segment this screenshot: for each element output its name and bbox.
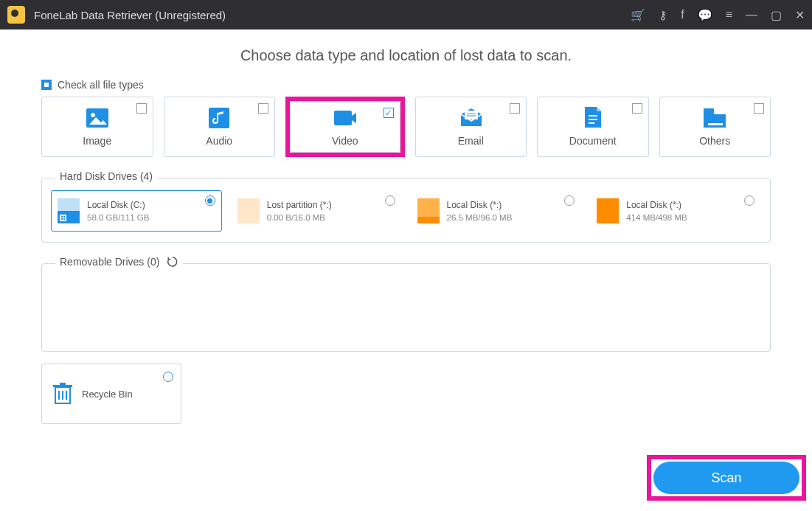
maximize-icon[interactable]: ▢ xyxy=(771,8,782,22)
file-type-row: Image Audio Video Email xyxy=(41,97,771,157)
recycle-label: Recycle Bin xyxy=(82,389,133,400)
document-icon xyxy=(582,107,604,129)
drive-lost[interactable]: Lost partition (*:) 0.00 B/16.0 MB xyxy=(231,190,402,232)
recycle-radio[interactable] xyxy=(163,372,173,382)
type-label-email: Email xyxy=(458,135,484,147)
hard-disk-legend: Hard Disk Drives (4) xyxy=(55,170,157,182)
type-card-video[interactable]: Video xyxy=(290,101,400,153)
drive-icon-local3 xyxy=(597,198,619,223)
svg-rect-15 xyxy=(61,216,63,218)
svg-rect-0 xyxy=(86,108,108,128)
audio-icon xyxy=(208,107,230,129)
svg-rect-22 xyxy=(597,198,619,223)
drive-c[interactable]: Local Disk (C:) 58.0 GB/111 GB xyxy=(51,190,222,232)
svg-rect-28 xyxy=(60,383,66,385)
check-all-checkbox[interactable] xyxy=(41,80,52,90)
svg-rect-21 xyxy=(417,198,440,217)
scan-highlight: Scan xyxy=(647,455,806,501)
svg-rect-17 xyxy=(61,218,63,220)
type-checkbox-audio[interactable] xyxy=(258,103,268,114)
drive-radio-c[interactable] xyxy=(205,195,215,206)
svg-rect-16 xyxy=(63,216,65,218)
type-card-others[interactable]: Others xyxy=(659,97,771,157)
svg-point-1 xyxy=(91,113,95,117)
svg-rect-4 xyxy=(465,111,478,119)
type-label-others: Others xyxy=(699,135,730,147)
video-icon xyxy=(334,107,356,129)
type-checkbox-email[interactable] xyxy=(510,103,520,114)
drive-name-local3: Local Disk (*:) xyxy=(626,200,687,210)
drive-local3[interactable]: Local Disk (*:) 414 MB/498 MB xyxy=(590,190,761,232)
drive-icon-lost xyxy=(237,198,260,223)
svg-rect-12 xyxy=(58,198,80,211)
type-label-document: Document xyxy=(569,135,617,147)
feedback-icon[interactable]: 💬 xyxy=(698,8,712,22)
svg-rect-27 xyxy=(53,385,72,387)
svg-rect-11 xyxy=(708,123,723,125)
key-icon[interactable]: ⚷ xyxy=(659,8,667,22)
drive-radio-local2[interactable] xyxy=(564,195,575,206)
app-logo-icon xyxy=(7,6,25,24)
drive-icon-c xyxy=(58,198,80,223)
svg-rect-18 xyxy=(63,218,65,220)
drive-local2[interactable]: Local Disk (*:) 26.5 MB/96.0 MB xyxy=(411,190,582,232)
scan-button[interactable]: Scan xyxy=(653,462,799,494)
svg-rect-19 xyxy=(237,198,260,223)
svg-rect-2 xyxy=(209,108,229,128)
type-card-document[interactable]: Document xyxy=(537,97,649,157)
removable-section: Removable Drives (0) xyxy=(41,263,771,352)
drive-size-local3: 414 MB/498 MB xyxy=(626,213,687,222)
titlebar-controls: 🛒 ⚷ f 💬 ≡ — ▢ ✕ xyxy=(631,8,805,22)
type-checkbox-video[interactable] xyxy=(384,108,394,118)
type-label-video: Video xyxy=(332,135,358,147)
recycle-section: Recycle Bin xyxy=(41,364,771,424)
type-checkbox-others[interactable] xyxy=(754,103,764,114)
drive-radio-local3[interactable] xyxy=(744,195,754,206)
minimize-icon[interactable]: — xyxy=(746,8,757,21)
email-icon xyxy=(459,107,482,129)
close-icon[interactable]: ✕ xyxy=(795,8,805,22)
refresh-icon[interactable] xyxy=(167,256,178,268)
drive-size-c: 58.0 GB/111 GB xyxy=(87,213,149,222)
svg-rect-14 xyxy=(60,215,66,221)
drive-size-local2: 26.5 MB/96.0 MB xyxy=(447,213,513,222)
svg-rect-3 xyxy=(334,111,352,125)
type-card-email[interactable]: Email xyxy=(415,97,527,157)
check-all-row[interactable]: Check all file types xyxy=(41,79,771,91)
others-icon xyxy=(704,107,726,129)
drive-radio-lost[interactable] xyxy=(385,195,395,206)
image-icon xyxy=(86,107,108,129)
type-card-audio[interactable]: Audio xyxy=(164,97,276,157)
recycle-bin-icon xyxy=(52,383,73,405)
facebook-icon[interactable]: f xyxy=(681,8,684,21)
svg-rect-20 xyxy=(417,217,440,223)
type-card-image[interactable]: Image xyxy=(41,97,153,157)
type-label-audio: Audio xyxy=(206,135,232,147)
check-all-label: Check all file types xyxy=(58,79,144,91)
recycle-card[interactable]: Recycle Bin xyxy=(41,364,181,424)
titlebar: FoneLab Data Retriever (Unregistered) 🛒 … xyxy=(0,0,812,29)
window-title: FoneLab Data Retriever (Unregistered) xyxy=(34,9,226,21)
drive-size-lost: 0.00 B/16.0 MB xyxy=(267,213,332,222)
menu-icon[interactable]: ≡ xyxy=(726,8,732,21)
removable-legend: Removable Drives (0) xyxy=(55,256,183,268)
drive-name-c: Local Disk (C:) xyxy=(87,200,149,210)
svg-rect-10 xyxy=(704,108,714,113)
drive-name-lost: Lost partition (*:) xyxy=(267,200,332,210)
drive-name-local2: Local Disk (*:) xyxy=(447,200,513,210)
cart-icon[interactable]: 🛒 xyxy=(631,8,645,22)
type-card-video-highlight: Video xyxy=(285,97,405,157)
type-checkbox-document[interactable] xyxy=(632,103,642,114)
drive-icon-local2 xyxy=(417,198,440,223)
type-label-image: Image xyxy=(83,135,111,147)
page-heading: Choose data type and location of lost da… xyxy=(41,47,771,64)
removable-legend-text: Removable Drives (0) xyxy=(60,256,159,268)
type-checkbox-image[interactable] xyxy=(136,103,147,114)
hard-disk-section: Hard Disk Drives (4) Local Disk (C:) 58.… xyxy=(41,178,771,243)
